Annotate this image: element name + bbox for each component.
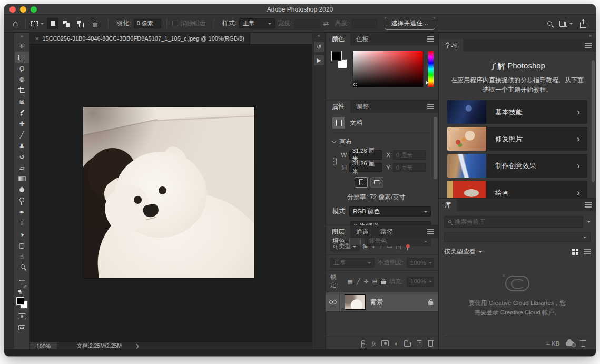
lasso-tool[interactable]: Ϙ	[15, 63, 29, 74]
document-icon-button[interactable]	[332, 117, 345, 129]
tutorial-card[interactable]: 修复照片›	[447, 127, 587, 151]
lock-all-icon[interactable]	[381, 281, 386, 284]
scrollbar[interactable]	[592, 60, 595, 182]
swap-width-height-icon[interactable]: ⇄	[323, 19, 329, 27]
add-layer-mask-icon[interactable]	[381, 340, 389, 346]
canvas-section-header[interactable]: 画布	[332, 137, 431, 146]
delete-library-item-icon[interactable]	[581, 341, 585, 347]
layer-name[interactable]: 背景	[370, 298, 428, 307]
close-tab-icon[interactable]: ×	[35, 35, 38, 42]
height-field[interactable]: 31.26 厘米	[349, 163, 382, 172]
hue-slider-marker[interactable]	[426, 81, 430, 85]
intersect-selection-button[interactable]	[88, 18, 100, 29]
lock-transparency-icon[interactable]: ▦	[348, 278, 353, 285]
gradient-tool[interactable]	[15, 173, 29, 184]
brush-tool[interactable]: ╱	[15, 129, 29, 140]
y-field[interactable]: 0 厘米	[393, 163, 426, 172]
foreground-background-swatches[interactable]	[15, 295, 29, 311]
link-layers-icon[interactable]	[361, 340, 366, 347]
tab-layers[interactable]: 图层	[326, 225, 350, 238]
history-brush-tool[interactable]: ↺	[15, 151, 29, 162]
layer-thumbnail[interactable]	[345, 294, 366, 310]
eraser-tool[interactable]: ▱	[15, 162, 29, 173]
layer-visibility-toggle[interactable]	[326, 292, 340, 311]
tab-learn[interactable]: 学习	[439, 39, 463, 52]
select-and-mask-button[interactable]: 选择并遮住...	[385, 17, 435, 30]
library-search-input[interactable]	[455, 219, 579, 225]
tab-properties[interactable]: 属性	[326, 100, 350, 113]
delete-layer-icon[interactable]	[428, 341, 433, 347]
width-input[interactable]	[294, 19, 320, 28]
tool-preset-dropdown[interactable]	[31, 21, 44, 26]
screen-mode-button[interactable]	[15, 322, 29, 333]
opacity-select[interactable]: 100%	[407, 258, 434, 268]
new-selection-button[interactable]	[47, 18, 58, 29]
eyedropper-tool[interactable]	[15, 107, 29, 118]
layer-style-fx-icon[interactable]: fx	[371, 340, 376, 347]
tab-paths[interactable]: 路径	[375, 225, 399, 238]
library-select[interactable]	[444, 232, 591, 242]
link-dimensions-icon[interactable]	[332, 158, 337, 165]
frame-tool[interactable]: ⊠	[15, 96, 29, 107]
document-tab[interactable]: × 15CC0256-31B0-4046-80CC-3DB0FD8A5107_1…	[30, 33, 250, 44]
canvas[interactable]	[30, 45, 312, 342]
share-icon[interactable]	[580, 22, 586, 28]
height-input[interactable]	[352, 19, 377, 28]
width-field[interactable]: 31.26 厘米	[349, 150, 382, 160]
object-selection-tool[interactable]: ⊚	[15, 74, 29, 85]
zoom-tool[interactable]	[15, 262, 29, 273]
library-search-box[interactable]	[444, 216, 583, 228]
home-icon[interactable]: ⌂	[13, 19, 18, 28]
panel-menu-icon[interactable]	[585, 45, 592, 46]
rectangle-tool[interactable]: ▢	[15, 240, 29, 251]
lock-paint-icon[interactable]: ╱	[357, 278, 360, 285]
panel-menu-icon[interactable]	[427, 231, 434, 232]
collapse-right-dock-chevron[interactable]: »	[439, 33, 596, 39]
lock-artboard-icon[interactable]: ⊞	[372, 278, 377, 285]
new-adjustment-layer-icon[interactable]: ◐	[395, 340, 398, 347]
grid-view-icon[interactable]	[572, 249, 578, 255]
tab-channels[interactable]: 通道	[350, 225, 375, 238]
zoom-level[interactable]: 100%	[30, 342, 57, 349]
color-mode-select[interactable]: RGB 颜色	[349, 206, 431, 217]
tab-swatches[interactable]: 色板	[350, 33, 375, 45]
layer-locked-icon[interactable]	[428, 301, 433, 305]
actions-panel-icon[interactable]: ▶	[314, 55, 324, 65]
spot-healing-brush-tool[interactable]: ✚	[15, 118, 29, 129]
subtract-from-selection-button[interactable]	[74, 18, 86, 29]
landscape-orientation-button[interactable]	[370, 177, 383, 188]
move-tool[interactable]: ✛	[15, 41, 29, 52]
hand-tool[interactable]: ☝	[15, 251, 29, 262]
color-picker-cursor[interactable]	[353, 83, 357, 86]
blend-mode-select[interactable]: 正常	[330, 258, 375, 268]
hue-slider[interactable]	[428, 51, 434, 87]
tutorial-card[interactable]: 制作创意效果›	[447, 154, 587, 178]
search-icon[interactable]	[547, 21, 552, 26]
collapse-dock-chevron[interactable]: «	[318, 33, 320, 39]
tutorial-card[interactable]: 绘画›	[447, 181, 587, 198]
list-view-icon[interactable]	[584, 249, 591, 254]
tutorial-card[interactable]: 基本技能›	[447, 100, 587, 124]
path-selection-tool[interactable]: ▲	[15, 229, 29, 240]
blur-tool[interactable]	[15, 184, 29, 195]
cloud-sync-icon[interactable]	[566, 341, 574, 346]
panel-menu-icon[interactable]	[427, 106, 434, 107]
history-panel-icon[interactable]: ↺	[314, 42, 324, 52]
swap-colors-icon[interactable]	[15, 284, 29, 295]
panel-menu-icon[interactable]	[427, 38, 434, 40]
toolbar-ellipsis[interactable]: …	[15, 273, 29, 284]
chevron-down-icon[interactable]	[587, 221, 591, 224]
style-select[interactable]: 正常	[239, 18, 275, 28]
tab-adjustments[interactable]: 调整	[350, 100, 375, 113]
layer-row-background[interactable]: 背景	[326, 292, 438, 312]
add-to-selection-button[interactable]	[61, 18, 72, 29]
tab-libraries[interactable]: 库	[439, 199, 457, 211]
workspace-switcher[interactable]	[559, 21, 573, 27]
layer-fill-select[interactable]: 100%	[407, 277, 434, 287]
color-saturation-field[interactable]	[352, 51, 424, 87]
new-group-icon[interactable]	[404, 342, 411, 347]
expand-toolbar-chevron[interactable]: »	[14, 33, 29, 41]
crop-tool[interactable]	[15, 85, 29, 96]
new-layer-icon[interactable]	[417, 340, 422, 346]
tab-color[interactable]: 颜色	[326, 33, 350, 45]
